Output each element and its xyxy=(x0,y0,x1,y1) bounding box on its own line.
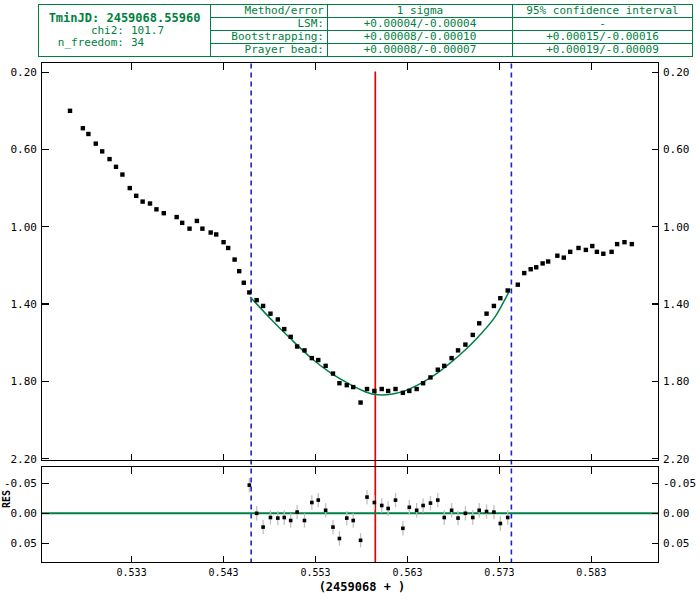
y-tick-label-left: 2.20 xyxy=(11,453,38,466)
y-tick-label-right: 2.20 xyxy=(663,453,690,466)
data-point xyxy=(516,282,520,286)
data-point xyxy=(345,383,349,387)
residual-point xyxy=(380,504,384,508)
residual-point xyxy=(401,527,405,531)
data-point xyxy=(534,265,538,269)
data-point xyxy=(428,375,432,379)
residual-point xyxy=(295,510,299,514)
ci-value: +0.00019/-0.00009 xyxy=(513,44,693,57)
data-point xyxy=(358,400,362,404)
residual-point xyxy=(499,522,503,526)
data-point xyxy=(540,261,544,265)
residual-point xyxy=(415,509,419,513)
data-point xyxy=(208,230,212,234)
residual-point xyxy=(316,498,320,502)
data-point xyxy=(442,364,446,368)
data-point xyxy=(372,389,376,393)
data-point xyxy=(421,381,425,385)
data-point xyxy=(120,172,124,176)
residual-point xyxy=(310,501,314,505)
data-point xyxy=(393,387,397,391)
residual-point xyxy=(373,501,377,505)
y-tick-label-left: 1.00 xyxy=(11,221,38,234)
data-point xyxy=(114,165,118,169)
data-point xyxy=(456,348,460,352)
residual-point xyxy=(338,537,342,541)
tmin-value: TminJD: 2459068.55960 xyxy=(42,12,207,24)
fit-curve-group xyxy=(250,289,510,395)
res-tick-label-left: 0.00 xyxy=(11,507,38,520)
x-tick-label: 0.543 xyxy=(209,567,239,578)
axis-ticks xyxy=(42,63,659,563)
axis-labels: 0.200.200.600.601.001.001.401.401.801.80… xyxy=(1,66,696,594)
data-point xyxy=(590,244,594,248)
data-point xyxy=(522,271,526,275)
data-point xyxy=(140,199,144,203)
residual-point xyxy=(289,519,293,523)
data-point xyxy=(268,311,272,315)
ci-value: +0.00015/-0.00016 xyxy=(513,31,693,44)
nfreedom-value: 34 xyxy=(124,37,144,49)
y-tick-label-left: 0.20 xyxy=(11,66,38,79)
residual-panel xyxy=(42,467,659,563)
data-point xyxy=(622,240,626,244)
data-point xyxy=(302,348,306,352)
residual-point xyxy=(255,512,259,516)
data-point xyxy=(595,250,599,254)
data-point xyxy=(407,389,411,393)
residual-point xyxy=(421,504,425,508)
y-tick-label-right: 1.40 xyxy=(663,298,690,311)
residual-point xyxy=(282,516,286,520)
data-point xyxy=(94,141,98,145)
residual-point xyxy=(442,516,446,520)
method-label: LSM: xyxy=(211,18,328,31)
data-point xyxy=(498,296,502,300)
residual-point xyxy=(492,510,496,514)
data-point xyxy=(555,254,559,258)
fit-info-cell: TminJD: 2459068.55960 chi2: 101.7 n_free… xyxy=(39,5,211,57)
res-tick-label-left: -0.05 xyxy=(4,477,37,490)
y-tick-label-left: 0.60 xyxy=(11,143,38,156)
column-header-95ci: 95% confidence interval xyxy=(513,5,693,18)
residual-point xyxy=(394,498,398,502)
data-point xyxy=(365,387,369,391)
data-point xyxy=(630,242,634,246)
residual-point xyxy=(464,512,468,516)
data-point xyxy=(261,304,265,308)
data-point xyxy=(546,259,550,263)
data-point xyxy=(226,246,230,250)
sigma-value: +0.00008/-0.00010 xyxy=(328,31,513,44)
residual-point xyxy=(324,509,328,513)
fit-results-table: TminJD: 2459068.55960 chi2: 101.7 n_free… xyxy=(38,4,693,57)
data-point xyxy=(180,221,184,225)
y-tick-label-right: 0.20 xyxy=(663,66,690,79)
x-axis-title: (2459068 + ) xyxy=(319,580,406,594)
residual-point xyxy=(269,516,273,520)
data-point xyxy=(288,335,292,339)
data-point xyxy=(528,267,532,271)
y-tick-label-right: 1.80 xyxy=(663,375,690,388)
data-point xyxy=(401,391,405,395)
data-points xyxy=(68,109,634,405)
residual-point xyxy=(351,519,355,523)
data-point xyxy=(477,321,481,325)
data-point xyxy=(174,215,178,219)
residual-point xyxy=(345,516,349,520)
data-point xyxy=(310,356,314,360)
y-tick-label-left: 1.40 xyxy=(11,298,38,311)
nfreedom-row: n_freedom: 34 xyxy=(42,37,207,49)
data-point xyxy=(162,211,166,215)
ci-value: - xyxy=(513,18,693,31)
residual-point xyxy=(408,506,412,510)
residual-point xyxy=(365,495,369,499)
data-point xyxy=(187,226,191,230)
data-point xyxy=(195,219,199,223)
data-point xyxy=(242,281,246,285)
data-point xyxy=(148,201,152,205)
data-point xyxy=(295,344,299,348)
data-point xyxy=(568,250,572,254)
data-point xyxy=(576,246,580,250)
residual-point xyxy=(261,525,265,529)
data-point xyxy=(107,157,111,161)
nfreedom-label: n_freedom: xyxy=(42,37,124,49)
